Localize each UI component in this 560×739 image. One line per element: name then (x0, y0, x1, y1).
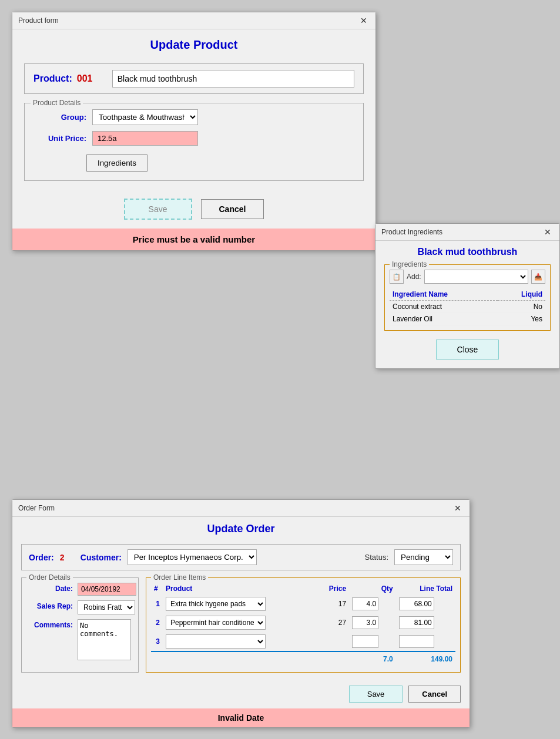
line-qty-cell-2 (349, 613, 396, 632)
ingredient-name-header: Ingredient Name (390, 288, 498, 301)
sales-rep-label: Sales Rep: (29, 600, 73, 610)
add-confirm-button[interactable]: 📥 (531, 270, 545, 284)
line-price-3 (316, 632, 349, 651)
add-label: Add: (407, 273, 421, 281)
cancel-button[interactable]: Cancel (201, 199, 264, 219)
order-form-buttons: Save Cancel (12, 680, 470, 708)
line-num-1: 1 (151, 594, 163, 613)
product-ingredients-window: Product Ingredients ✕ Black mud toothbru… (375, 223, 560, 369)
line-qty-input-2[interactable] (352, 616, 378, 629)
line-product-select-2[interactable]: Peppermint hair conditioner (166, 616, 266, 630)
add-ingredient-icon[interactable]: 📋 (390, 270, 404, 284)
order-form-titlebar: Order Form ✕ (12, 500, 470, 517)
col-hash: # (151, 583, 163, 594)
line-total-cell-2 (396, 613, 455, 632)
order-details-legend: Order Details (26, 573, 73, 582)
unit-price-input[interactable] (92, 131, 198, 146)
line-items-table: # Product Price Qty Line Total 1 (151, 583, 455, 666)
totals-spacer (151, 651, 349, 666)
ingredients-close-button[interactable]: Close (436, 340, 499, 360)
col-product: Product (163, 583, 316, 594)
order-cancel-button[interactable]: Cancel (408, 686, 461, 703)
line-item-row: 2 Peppermint hair conditioner 27 (151, 613, 455, 632)
order-line-items-group: Order Line Items # Product Price Qty Lin… (146, 577, 461, 673)
unit-price-row: Unit Price: (33, 131, 354, 146)
order-details-group: Order Details Date: Sales Rep: Robins Fr… (21, 577, 139, 673)
ingredients-close-x[interactable]: ✕ (542, 227, 554, 237)
date-input[interactable] (78, 583, 136, 596)
line-qty-input-3[interactable] (352, 635, 378, 648)
totals-row: 7.0 149.00 (151, 651, 455, 666)
ingredient-name: Lavender Oil (390, 313, 498, 325)
ingredient-row: Coconut extract No (390, 301, 545, 313)
product-form-buttons: Save Cancel (12, 190, 375, 229)
line-item-row: 3 (151, 632, 455, 651)
line-product-cell-3 (163, 632, 316, 651)
col-line-total: Line Total (396, 583, 455, 594)
ingredients-window-title: Product Ingredients (381, 228, 442, 236)
line-price-1: 17 (316, 594, 349, 613)
line-num-2: 2 (151, 613, 163, 632)
order-label: Order: (29, 553, 54, 562)
product-details-group: Product Details Group: Toothpaste & Mout… (24, 103, 364, 181)
group-row: Group: Toothpaste & Mouthwash Hair Care … (33, 109, 354, 125)
line-total-cell-3 (396, 632, 455, 651)
line-qty-input-1[interactable] (352, 597, 378, 610)
order-id-row: Order: 2 Customer: Per Inceptos Hymenaeo… (21, 544, 461, 570)
customer-label: Customer: (81, 553, 122, 562)
status-select[interactable]: Pending Processing Complete (394, 549, 453, 565)
ingredient-liquid: No (498, 301, 545, 313)
line-qty-cell-1 (349, 594, 396, 613)
details-legend: Product Details (31, 99, 83, 107)
customer-select[interactable]: Per Inceptos Hymenaeos Corp. (128, 549, 257, 565)
product-form-main-title: Update Product (24, 38, 364, 52)
save-button[interactable]: Save (124, 199, 192, 220)
product-form-close-button[interactable]: ✕ (358, 16, 370, 25)
line-items-legend: Order Line Items (151, 573, 208, 582)
line-num-3: 3 (151, 632, 163, 651)
status-label: Status: (365, 553, 388, 562)
date-label: Date: (29, 583, 73, 593)
line-product-select-1[interactable]: Extra thick hygene pads (166, 597, 266, 611)
line-total-cell-1 (396, 594, 455, 613)
comments-textarea[interactable]: No comments. (78, 619, 131, 660)
product-form-titlebar: Product form ✕ (12, 12, 375, 29)
product-form-title: Product form (18, 16, 59, 25)
order-details-area: Order Details Date: Sales Rep: Robins Fr… (21, 577, 461, 673)
sales-rep-row: Sales Rep: Robins Fratt John Doe (29, 600, 131, 614)
product-id-row: Product: 001 (24, 63, 364, 94)
line-total-input-3[interactable] (399, 635, 434, 648)
product-label: Product: (33, 73, 72, 84)
comments-label: Comments: (29, 619, 73, 629)
ingredients-btn-row: Ingredients (33, 152, 354, 172)
group-select[interactable]: Toothpaste & Mouthwash Hair Care Skin Ca… (92, 109, 198, 125)
line-item-row: 1 Extra thick hygene pads 17 (151, 594, 455, 613)
order-error-bar: Invalid Date (12, 708, 470, 727)
ingredients-group: Ingredients 📋 Add: 📥 Ingredient Name Liq… (384, 264, 551, 331)
ingredients-button[interactable]: Ingredients (86, 154, 147, 172)
comments-row: Comments: No comments. (29, 619, 131, 660)
order-save-button[interactable]: Save (349, 686, 403, 703)
unit-price-label: Unit Price: (33, 134, 86, 143)
ingredients-legend: Ingredients (390, 260, 429, 268)
order-form-close-button[interactable]: ✕ (452, 503, 464, 513)
col-qty: Qty (349, 583, 396, 594)
product-form-window: Product form ✕ Update Product Product: 0… (12, 12, 376, 251)
line-total-input-2[interactable] (399, 616, 434, 629)
total-qty: 7.0 (349, 651, 396, 666)
sales-rep-select[interactable]: Robins Fratt John Doe (78, 600, 135, 614)
order-form-title: Order Form (18, 504, 55, 512)
add-ingredient-select[interactable] (424, 270, 528, 284)
ingredients-table: Ingredient Name Liquid Coconut extract N… (390, 288, 545, 325)
line-total-input-1[interactable] (399, 597, 434, 610)
order-form-window: Order Form ✕ Update Order Order: 2 Custo… (12, 499, 470, 728)
ingredients-product-name: Black mud toothbrush (384, 247, 551, 257)
line-price-2: 27 (316, 613, 349, 632)
line-product-select-3[interactable] (166, 634, 266, 649)
line-product-cell-1: Extra thick hygene pads (163, 594, 316, 613)
col-price: Price (316, 583, 349, 594)
line-product-cell-2: Peppermint hair conditioner (163, 613, 316, 632)
ingredient-liquid: Yes (498, 313, 545, 325)
product-name-input[interactable] (112, 70, 354, 88)
liquid-header: Liquid (498, 288, 545, 301)
